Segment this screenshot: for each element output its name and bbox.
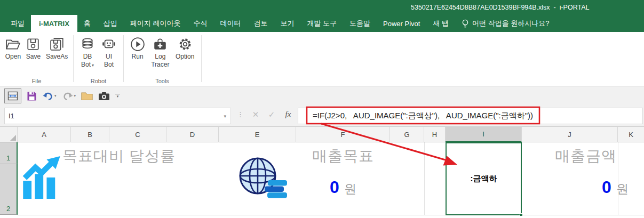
column-header-a[interactable]: A	[18, 127, 71, 142]
purple-save-icon	[27, 91, 37, 101]
tab-review[interactable]: 검토	[247, 15, 274, 32]
name-box[interactable]: I1 ▾	[4, 108, 231, 124]
fit-table-button[interactable]	[4, 88, 21, 103]
camera-icon	[98, 92, 110, 101]
column-header-e[interactable]: E	[219, 127, 296, 142]
undo-dropdown-caret-icon[interactable]: ▾	[54, 94, 57, 98]
group-label-file: File	[0, 78, 73, 84]
selected-cell-value: :금액하	[471, 174, 497, 184]
tab-file[interactable]: 파일	[4, 15, 31, 32]
ribbon-group-file: Open Save SaveAs File	[0, 32, 73, 86]
qat-save-button[interactable]	[27, 88, 37, 103]
undo-icon	[42, 91, 54, 101]
database-icon	[81, 37, 94, 51]
globe-coins-icon	[238, 155, 287, 199]
qat-more-button[interactable]: ▾	[115, 94, 120, 98]
tab-formulas[interactable]: 수식	[187, 15, 213, 32]
redo-button[interactable]: ▾	[62, 88, 76, 103]
title-bar: 5350217E62454D8B87AE0D1539BF994B.xlsx - …	[0, 0, 644, 15]
column-header-c[interactable]: C	[109, 127, 166, 142]
ribbon-group-robot: DB Bot▾ UI Bot Robot	[74, 32, 123, 86]
lightbulb-icon	[462, 19, 469, 28]
sales-amount-label-cell[interactable]: 매출금액	[532, 146, 639, 166]
tab-view[interactable]: 보기	[274, 15, 300, 32]
camera-button[interactable]	[98, 88, 110, 103]
enter-button[interactable]: ✓	[265, 110, 279, 119]
column-header-f[interactable]: F	[296, 127, 390, 142]
growth-chart-icon	[20, 156, 63, 199]
column-header-d[interactable]: D	[166, 127, 219, 142]
fit-table-icon	[7, 91, 18, 101]
formula-bar-separator: ⋮	[237, 110, 244, 118]
run-button[interactable]: Run	[130, 36, 145, 69]
column-header-row: A B C D E F G H I J K	[0, 127, 644, 142]
window-title: 5350217E62454D8B87AE0D1539BF994B.xlsx - …	[411, 4, 589, 11]
sales-amount-value-cell[interactable]: 0 원	[583, 177, 644, 197]
tab-new-tab[interactable]: 새 탭	[426, 15, 455, 32]
column-header-g[interactable]: G	[390, 127, 424, 142]
sales-target-value-cell[interactable]: 0 원	[296, 177, 390, 197]
sales-target-unit: 원	[344, 181, 356, 197]
formula-text: =IF(J2>0, AUD_IMAGE(":금액상"), AUD_IMAGE("…	[298, 111, 533, 121]
dropdown-caret-icon: ▾	[92, 63, 94, 68]
column-header-k[interactable]: K	[618, 127, 644, 142]
redo-dropdown-caret-icon[interactable]: ▾	[74, 94, 76, 98]
save-as-button[interactable]: SaveAs	[46, 36, 68, 61]
formula-bar-row: I1 ▾ ⋮ ✕ ✓ fx =IF(J2>0, AUD_IMAGE(":금액상"…	[0, 106, 644, 127]
sales-target-label-cell[interactable]: 매출목표	[290, 146, 396, 166]
open-folder-icon	[5, 37, 20, 51]
run-play-icon	[130, 37, 145, 52]
gridline	[424, 142, 425, 215]
select-all-triangle-icon	[10, 135, 16, 141]
insert-function-button[interactable]: fx	[281, 110, 295, 119]
assistant-label: 어떤 작업을 원하시나요?	[472, 19, 549, 28]
sales-amount-unit: 원	[616, 181, 629, 197]
group-label-robot: Robot	[74, 78, 123, 84]
gear-icon	[178, 37, 193, 52]
row-header-1[interactable]: 1	[0, 142, 18, 164]
tell-me-assistant[interactable]: 어떤 작업을 원하시나요?	[455, 15, 555, 32]
ribbon-tab-row: 파일 i-MATRIX 홈 삽입 페이지 레이아웃 수식 데이터 검토 보기 개…	[0, 15, 644, 32]
qat-open-button[interactable]	[81, 88, 93, 103]
name-box-value: I1	[5, 112, 224, 120]
redo-icon	[62, 91, 74, 101]
save-button[interactable]: Save	[26, 36, 41, 61]
log-tracer-toolbox-icon	[153, 37, 168, 51]
column-header-i-selected[interactable]: I	[446, 127, 522, 142]
selected-cell-i1[interactable]: :금액하	[446, 142, 522, 215]
cancel-button[interactable]: ✕	[249, 110, 263, 119]
gridline	[18, 215, 644, 215]
quick-access-toolbar: ▾ ▾ ▾	[0, 86, 644, 106]
fill-handle[interactable]	[520, 213, 523, 216]
tab-power-pivot[interactable]: Power Pivot	[377, 15, 426, 32]
open-button[interactable]: Open	[5, 36, 21, 61]
name-box-caret-icon[interactable]: ▾	[224, 114, 230, 119]
select-all-corner[interactable]	[0, 127, 18, 142]
tab-data[interactable]: 데이터	[213, 15, 247, 32]
tab-help[interactable]: 도움말	[343, 15, 377, 32]
column-header-b[interactable]: B	[71, 127, 109, 142]
formula-input[interactable]: =IF(J2>0, AUD_IMAGE(":금액상"), AUD_IMAGE("…	[298, 108, 643, 124]
yellow-folder-icon	[81, 92, 93, 101]
group-separator	[201, 35, 202, 82]
log-tracer-button[interactable]: Log Tracer	[151, 36, 169, 69]
tab-page-layout[interactable]: 페이지 레이아웃	[124, 15, 187, 32]
tab-developer[interactable]: 개발 도구	[300, 15, 343, 32]
group-label-tools: Tools	[124, 78, 201, 84]
undo-button[interactable]: ▾	[42, 88, 57, 103]
db-bot-button[interactable]: DB Bot▾	[81, 36, 94, 69]
ui-bot-button[interactable]: UI Bot	[101, 36, 116, 69]
option-button[interactable]: Option	[176, 36, 194, 69]
column-header-j[interactable]: J	[522, 127, 618, 142]
achievement-title-cell[interactable]: 목표대비 달성률	[60, 146, 178, 166]
tab-insert[interactable]: 삽입	[97, 15, 124, 32]
tab-home[interactable]: 홈	[77, 15, 97, 32]
tab-i-matrix[interactable]: i-MATRIX	[31, 15, 77, 32]
robot-icon	[101, 37, 116, 51]
row-header-2[interactable]: 2	[0, 164, 18, 215]
worksheet-grid[interactable]: 1 2 목표대비 달성률 매출목표 0 원 :금액하 매출금액 0 원	[0, 142, 644, 218]
qat-more-caret-icon: ▾	[117, 95, 119, 98]
column-header-h[interactable]: H	[424, 127, 446, 142]
sales-target-value: 0	[330, 177, 339, 197]
ribbon-group-tools: Run Log Tracer Option	[124, 32, 201, 86]
